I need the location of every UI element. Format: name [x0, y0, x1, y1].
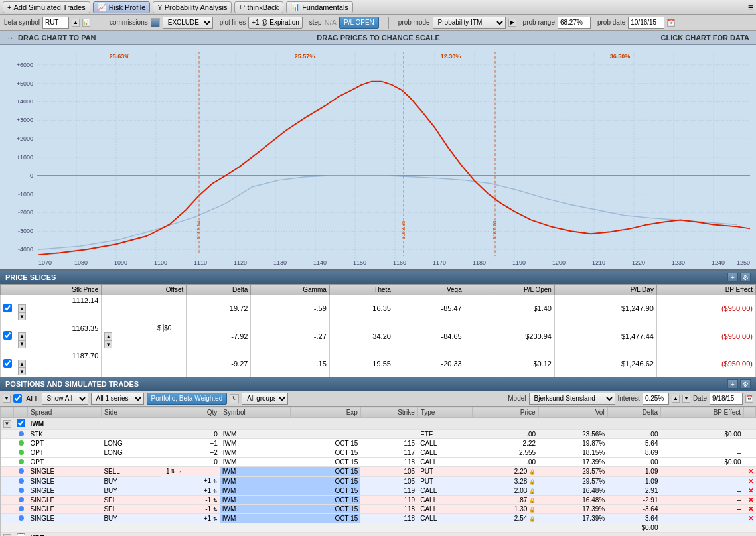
- step-label: step: [309, 19, 322, 26]
- single5-delete-btn[interactable]: ✕: [748, 505, 753, 513]
- slice-3-bp: ($950.00): [656, 350, 755, 377]
- interest-label: Interest: [618, 395, 640, 402]
- positions-settings-btn[interactable]: ⚙: [740, 379, 751, 389]
- prob-date-input[interactable]: [628, 17, 664, 29]
- slice-3-check[interactable]: [3, 359, 12, 368]
- qty-arrows-6[interactable]: ⇅: [213, 516, 218, 522]
- positions-table: Spread Side Qty Symbol Exp Strike Type P…: [0, 407, 756, 536]
- interest-up[interactable]: ▲: [672, 395, 680, 403]
- slice-3-up[interactable]: ▲: [18, 360, 26, 368]
- thinkback-tab[interactable]: ↩ thinkBack: [234, 1, 283, 13]
- slice-3-down[interactable]: ▼: [18, 368, 26, 375]
- model-label: Model: [508, 395, 526, 402]
- beta-symbol-up[interactable]: ▲: [72, 19, 80, 27]
- pos-all-check[interactable]: [13, 394, 22, 403]
- svg-text:+6000: +6000: [17, 62, 33, 68]
- probability-analysis-tab[interactable]: Y Probability Analysis: [153, 1, 232, 13]
- plot-lines-btn[interactable]: +1 @ Expiration: [248, 17, 303, 29]
- iwm-check[interactable]: [17, 419, 25, 427]
- pos-groups-select[interactable]: All groups: [242, 393, 288, 405]
- slice-2-offset-up[interactable]: ▲: [104, 332, 112, 340]
- prob-mode-select[interactable]: Probability ITM: [433, 17, 506, 29]
- slice-2-check[interactable]: [3, 331, 12, 340]
- slice-2-down[interactable]: ▼: [18, 340, 26, 348]
- opt3-price: .00: [472, 458, 538, 467]
- pos-series-select[interactable]: All 1 series: [91, 393, 144, 405]
- slice-2-offset-input[interactable]: [163, 324, 183, 332]
- stk-strike: [360, 430, 417, 439]
- svg-text:1170: 1170: [433, 259, 446, 266]
- model-select[interactable]: Bjerksund-Stensland: [529, 393, 615, 405]
- qty-arrows-2[interactable]: ⇅: [213, 478, 218, 484]
- iwm-collapse-btn[interactable]: ▼: [3, 420, 11, 428]
- price-slices-add-btn[interactable]: +: [727, 273, 738, 282]
- single6-type: CALL: [417, 513, 472, 523]
- calendar-icon[interactable]: 📅: [667, 19, 675, 27]
- add-simulated-trades-tab[interactable]: + Add Simulated Trades: [3, 1, 90, 13]
- pos-collapse-btn[interactable]: ▼: [3, 395, 11, 403]
- single5-dot: [19, 506, 24, 511]
- pl-open-btn[interactable]: P/L OPEN: [339, 17, 379, 29]
- slice-1-up[interactable]: ▲: [18, 304, 26, 312]
- single2-dot: [19, 478, 24, 484]
- slice-2-offset[interactable]: $ ▲ ▼: [102, 322, 187, 350]
- single1-qty: -1 ⇅ →: [161, 467, 220, 476]
- positions-toolbar: ▼ ALL Show All All 1 series Portfolio, B…: [0, 391, 756, 407]
- portfolio-beta-weighted-btn[interactable]: Portfolio, Beta Weighted: [147, 393, 228, 405]
- single1-delete-btn[interactable]: ✕: [748, 468, 753, 475]
- date-input[interactable]: [710, 393, 743, 405]
- price-slices-settings-btn[interactable]: ⚙: [740, 273, 751, 282]
- single4-delete-btn[interactable]: ✕: [748, 496, 753, 503]
- qty-arrows-5[interactable]: ⇅: [213, 507, 218, 513]
- qty-arrows-1[interactable]: ⇅: [171, 468, 175, 474]
- fundamentals-tab[interactable]: 📊 Fundamentals: [286, 1, 353, 13]
- commissions-select[interactable]: EXCLUDE: [163, 17, 213, 29]
- single1-vol: 29.57%: [538, 467, 607, 477]
- prob-mode-arrow[interactable]: ▶: [508, 19, 516, 27]
- prob-range-input[interactable]: [558, 17, 591, 29]
- positions-expand-btn[interactable]: +: [727, 379, 738, 389]
- color-grid-btn[interactable]: [151, 18, 160, 27]
- opt-115-call-row: OPT LONG +1 IWM OCT 15 115 CALL 2.22 19.…: [1, 439, 756, 448]
- beta-symbol-input[interactable]: [42, 17, 69, 29]
- single5-bp: –: [661, 504, 744, 513]
- svg-text:1190: 1190: [512, 259, 526, 266]
- pos-show-select[interactable]: Show All: [42, 393, 88, 405]
- opt3-exp: OCT 15: [290, 458, 360, 467]
- price-slices-table: Stk Price Offset Delta Gamma Theta Vega …: [0, 284, 756, 377]
- qty-arrows-4[interactable]: ⇅: [213, 498, 218, 503]
- slice-2-pl-open: $230.94: [465, 322, 554, 350]
- kre-check[interactable]: [17, 533, 25, 537]
- single1-bp: –: [661, 467, 744, 477]
- iwm-group-label: IWM: [28, 418, 756, 430]
- single2-delete-btn[interactable]: ✕: [748, 478, 753, 485]
- date-calendar-btn[interactable]: 📅: [745, 395, 753, 403]
- single2-type: PUT: [417, 476, 472, 486]
- opt2-strike: 117: [360, 448, 417, 458]
- settings-icon[interactable]: ≡: [748, 2, 753, 13]
- slice-1-check[interactable]: [3, 304, 12, 312]
- single3-strike: 119: [360, 486, 417, 495]
- slice-3-offset: [102, 350, 187, 377]
- single3-exp: OCT 15: [290, 486, 360, 495]
- slice-2-up[interactable]: ▲: [18, 332, 26, 340]
- opt2-spread: OPT: [28, 448, 102, 458]
- slice-2-offset-down[interactable]: ▼: [104, 340, 112, 348]
- opt1-dot: [19, 440, 24, 446]
- positions-scroll-area[interactable]: Spread Side Qty Symbol Exp Strike Type P…: [0, 407, 756, 536]
- interest-down[interactable]: ▼: [682, 395, 690, 403]
- chart-container[interactable]: +6000 +5000 +4000 +3000 +2000 +1000 0 -1…: [0, 45, 756, 271]
- beta-chart-icon[interactable]: 📊: [82, 19, 90, 27]
- interest-input[interactable]: [643, 393, 669, 405]
- slice-1-price: 1112.14 ▲ ▼: [15, 295, 102, 322]
- risk-profile-tab[interactable]: 📈 Risk Profile: [93, 1, 151, 13]
- col-vega: Vega: [394, 285, 465, 295]
- step-na: N/A: [325, 19, 337, 27]
- kre-group-label: KRE: [28, 532, 756, 536]
- single2-price: 3.28 🔒: [472, 476, 538, 486]
- single3-delete-btn[interactable]: ✕: [748, 487, 753, 494]
- portfolio-refresh-btn[interactable]: ↻: [230, 394, 239, 403]
- qty-arrows-3[interactable]: ⇅: [213, 488, 218, 494]
- single6-delete-btn[interactable]: ✕: [748, 515, 753, 522]
- slice-1-down[interactable]: ▼: [18, 312, 26, 320]
